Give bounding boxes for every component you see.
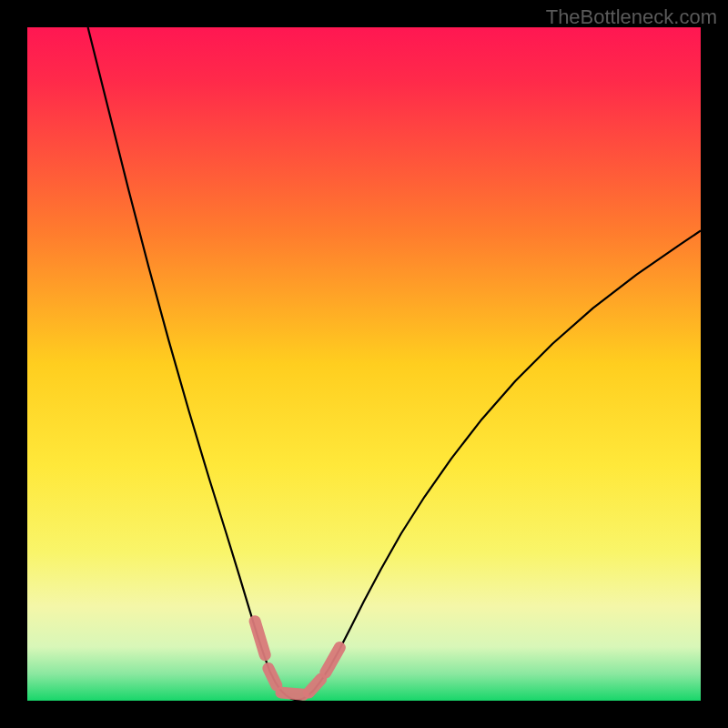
marker-seg-1 (268, 668, 277, 685)
watermark-text: TheBottleneck.com (546, 5, 717, 29)
bottleneck-chart (27, 27, 701, 701)
marker-seg-2 (281, 693, 303, 694)
chart-plot-area (27, 27, 701, 701)
